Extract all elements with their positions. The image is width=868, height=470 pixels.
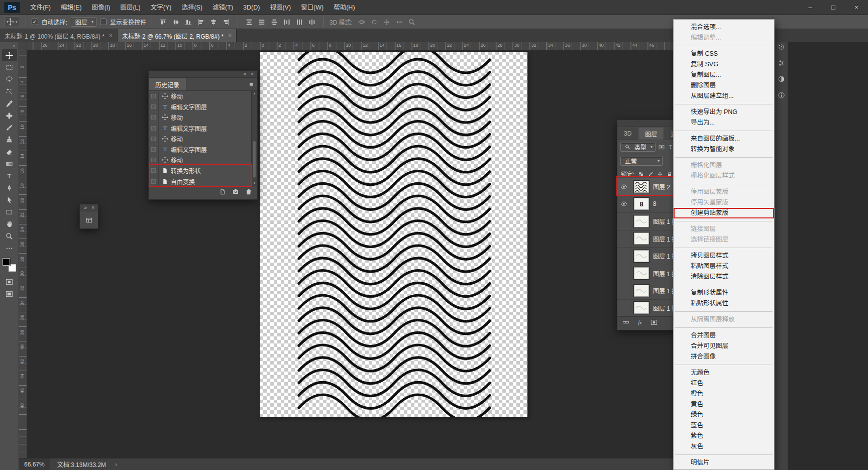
menubar-item[interactable]: 3D(D) — [238, 0, 265, 15]
context-menu-item[interactable]: 无颜色 — [674, 368, 774, 378]
distribute-top-button[interactable] — [244, 17, 255, 27]
layer-thumbnail[interactable] — [634, 285, 649, 297]
menubar-item[interactable]: 图层(L) — [115, 0, 145, 15]
auto-select-checkbox[interactable] — [32, 19, 38, 25]
minimize-button[interactable]: – — [799, 0, 822, 15]
context-menu-item[interactable]: 混合选项... — [674, 22, 774, 33]
context-menu-item[interactable]: 复制图层... — [674, 70, 774, 80]
align-hcenter-button[interactable] — [208, 17, 220, 27]
screen-mode-button[interactable] — [2, 288, 17, 300]
context-menu-item[interactable]: 删除图层 — [674, 80, 774, 91]
menubar-item[interactable]: 选择(S) — [176, 0, 207, 15]
context-menu-item[interactable]: 复制 SVG — [674, 59, 774, 70]
context-menu-item[interactable]: 转换为智能对象 — [674, 144, 774, 155]
visibility-empty-well[interactable] — [617, 282, 630, 299]
blend-mode-dropdown[interactable]: 正常 ▾ — [620, 157, 663, 166]
context-menu-item[interactable]: 灰色 — [674, 441, 774, 452]
visibility-empty-well[interactable] — [617, 265, 630, 282]
context-menu-item[interactable]: 导出为... — [674, 118, 774, 128]
menubar-item[interactable]: 帮助(H) — [329, 0, 360, 15]
history-state[interactable]: 移动 — [149, 134, 251, 144]
canvas[interactable] — [260, 52, 527, 417]
distribute-bottom-button[interactable] — [269, 17, 280, 27]
eraser-tool[interactable] — [2, 146, 17, 158]
3d-zoom-button[interactable] — [406, 17, 418, 27]
history-source-well[interactable] — [149, 144, 159, 155]
zoom-level-field[interactable]: 66.67% — [19, 458, 50, 470]
align-vcenter-button[interactable] — [170, 17, 182, 27]
scrollbar-thumb[interactable] — [253, 140, 256, 178]
show-transform-checkbox[interactable] — [100, 19, 106, 25]
scroll-up-icon[interactable]: ▲ — [252, 92, 257, 95]
pen-tool[interactable] — [2, 182, 17, 194]
history-state[interactable]: 移动 — [149, 155, 251, 165]
close-button[interactable]: × — [845, 0, 868, 15]
history-source-well[interactable] — [149, 91, 159, 101]
horizontal-ruler[interactable]: 2624222018161412108642024681012141618202… — [27, 42, 676, 50]
history-source-well[interactable] — [149, 155, 159, 165]
context-menu-item[interactable]: 复制 CSS — [674, 49, 774, 59]
active-tool-badge[interactable]: ▾ — [4, 17, 20, 27]
context-menu-item[interactable]: 黄色 — [674, 399, 774, 410]
lasso-tool[interactable] — [2, 73, 17, 85]
visibility-empty-well[interactable] — [617, 230, 630, 248]
context-menu-item[interactable]: 从图层建立组... — [674, 91, 774, 101]
menubar-item[interactable]: 窗口(W) — [296, 0, 329, 15]
new-snapshot-button[interactable] — [232, 188, 239, 197]
panel-grid-icon[interactable] — [85, 216, 93, 224]
layer-mask-button[interactable] — [650, 319, 658, 328]
ruler-corner[interactable] — [19, 42, 27, 50]
context-menu-item[interactable]: 拷贝图层样式 — [674, 251, 774, 261]
distribute-right-button[interactable] — [306, 17, 318, 27]
layer-thumbnail[interactable] — [634, 302, 649, 314]
visibility-empty-well[interactable] — [617, 300, 630, 316]
visibility-eye-icon[interactable] — [617, 196, 630, 213]
type-tool[interactable]: T — [2, 170, 17, 182]
history-source-well[interactable] — [149, 134, 159, 144]
3d-slide-button[interactable] — [394, 17, 405, 27]
hand-tool[interactable] — [2, 218, 17, 230]
status-options-chevron-icon[interactable]: › — [113, 461, 119, 468]
history-state[interactable]: T编辑文字图层 — [149, 101, 251, 112]
align-left-button[interactable] — [195, 17, 207, 27]
adjustments-panel-button[interactable] — [778, 75, 785, 85]
menubar-item[interactable]: 文件(F) — [25, 0, 56, 15]
lock-pixels-icon[interactable] — [647, 171, 654, 177]
tab-close-icon[interactable]: × — [228, 32, 232, 39]
context-menu-item[interactable]: 粘贴形状属性 — [674, 298, 774, 309]
path-select-tool[interactable] — [2, 194, 17, 206]
expand-panel-icon[interactable]: » — [84, 205, 87, 210]
filter-pixel-icon[interactable] — [659, 144, 665, 150]
context-menu-item[interactable]: 清除图层样式 — [674, 272, 774, 282]
context-menu-item[interactable]: 粘贴图层样式 — [674, 261, 774, 272]
properties-panel-button[interactable] — [778, 59, 785, 69]
brush-tool[interactable] — [2, 122, 17, 134]
align-bottom-button[interactable] — [183, 17, 194, 27]
history-scrollbar[interactable]: ▲ ▼ — [251, 91, 257, 186]
menubar-item[interactable]: 滤镜(T) — [207, 0, 238, 15]
align-right-button[interactable] — [221, 17, 232, 27]
distribute-hcenter-button[interactable] — [294, 17, 305, 27]
visibility-eye-icon[interactable] — [617, 178, 630, 195]
layer-thumbnail[interactable] — [634, 181, 649, 193]
history-source-well[interactable] — [149, 165, 159, 176]
layer-thumbnail[interactable] — [634, 215, 649, 227]
3d-pan-button[interactable] — [381, 17, 393, 27]
document-tab[interactable]: 未标题-1 @ 100% (图层 4, RGB/8#) *× — [0, 29, 118, 42]
context-menu-item[interactable]: 橙色 — [674, 389, 774, 399]
tab-layers-active[interactable]: 图层 — [638, 128, 664, 140]
history-state[interactable]: T编辑文字图层 — [149, 123, 251, 134]
distribute-vcenter-button[interactable] — [256, 17, 268, 27]
layer-thumbnail[interactable] — [634, 250, 649, 262]
context-menu-item[interactable]: 合并可见图层 — [674, 341, 774, 351]
visibility-empty-well[interactable] — [617, 248, 630, 265]
lock-transparent-icon[interactable] — [638, 171, 644, 177]
layer-thumbnail[interactable]: 8 — [634, 198, 649, 210]
context-menu-item[interactable]: 复制形状属性 — [674, 288, 774, 298]
heal-tool[interactable] — [2, 109, 17, 122]
marquee-tool[interactable] — [2, 61, 17, 73]
delete-state-button[interactable] — [245, 188, 252, 197]
context-menu-item[interactable]: 拼合图像 — [674, 351, 774, 362]
zoom-tool[interactable] — [2, 230, 17, 242]
menubar-item[interactable]: 视图(V) — [265, 0, 296, 15]
